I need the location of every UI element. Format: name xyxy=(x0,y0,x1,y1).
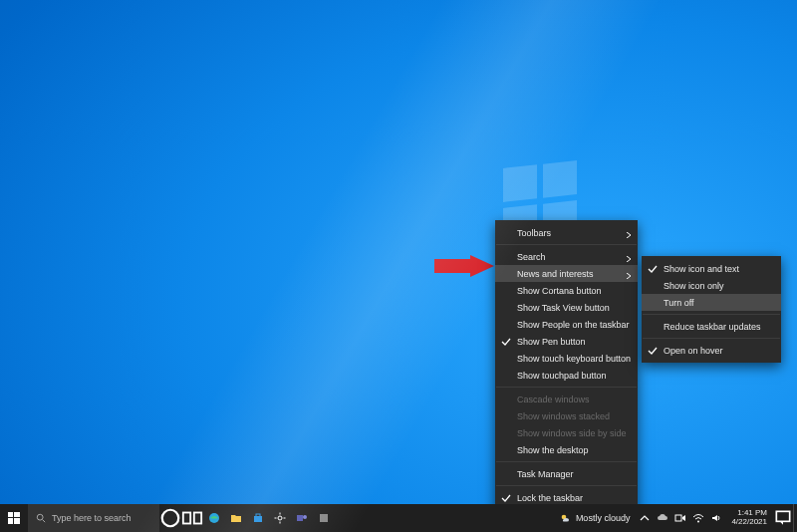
menu-separator xyxy=(496,387,637,388)
chevron-up-icon xyxy=(639,512,651,524)
svg-rect-14 xyxy=(14,518,20,524)
menu-item-label: Show touchpad button xyxy=(517,371,607,381)
check-icon xyxy=(501,337,511,347)
taskbar: Type here to search Mostly cloudy 1:41 P… xyxy=(0,504,797,532)
edge-icon xyxy=(208,512,220,524)
menu-item-label: Show windows stacked xyxy=(517,411,610,421)
menu-item-show-desktop[interactable]: Show the desktop xyxy=(495,441,638,458)
teams-app[interactable] xyxy=(291,504,313,532)
search-placeholder: Type here to search xyxy=(52,513,132,523)
action-center-button[interactable] xyxy=(773,504,793,532)
menu-item-label: Show icon and text xyxy=(664,264,739,274)
menu-separator xyxy=(496,244,637,245)
menu-item-toolbars[interactable]: Toolbars xyxy=(495,224,638,241)
clock-date: 4/22/2021 xyxy=(731,518,767,527)
menu-item-label: Show icon only xyxy=(664,281,724,291)
svg-rect-34 xyxy=(776,511,789,521)
menu-item-label: Turn off xyxy=(664,298,694,308)
menu-item-task-manager[interactable]: Task Manager xyxy=(495,465,638,482)
menu-item-show-pen[interactable]: Show Pen button xyxy=(495,333,638,350)
folder-icon xyxy=(230,512,242,524)
menu-item-label: Show touch keyboard button xyxy=(517,354,631,364)
menu-item-label: News and interests xyxy=(517,269,594,279)
menu-separator xyxy=(496,461,637,462)
store-app[interactable] xyxy=(247,504,269,532)
menu-item-show-touch-keyboard[interactable]: Show touch keyboard button xyxy=(495,350,638,367)
task-view-button[interactable] xyxy=(181,504,203,532)
svg-rect-11 xyxy=(8,512,13,517)
cortana-icon xyxy=(159,507,181,529)
check-icon xyxy=(648,264,658,274)
svg-point-33 xyxy=(697,521,699,523)
menu-item-label: Search xyxy=(517,252,546,262)
svg-rect-22 xyxy=(256,514,260,517)
menu-item-side-by-side: Show windows side by side xyxy=(495,424,638,441)
weather-text: Mostly cloudy xyxy=(576,513,631,523)
task-view-icon xyxy=(181,507,203,529)
menu-item-label: Show Cortana button xyxy=(517,286,602,296)
svg-marker-0 xyxy=(434,255,494,277)
file-explorer-app[interactable] xyxy=(225,504,247,532)
pinned-app-extra[interactable] xyxy=(313,504,335,532)
svg-rect-13 xyxy=(8,518,13,524)
taskbar-clock[interactable]: 1:41 PM 4/22/2021 xyxy=(725,504,773,532)
menu-item-label: Open on hover xyxy=(664,346,723,356)
svg-line-16 xyxy=(43,520,46,523)
show-desktop-button[interactable] xyxy=(793,504,797,532)
submenu-item-show-icon-only[interactable]: Show icon only xyxy=(642,277,781,294)
chevron-right-icon xyxy=(626,230,632,236)
news-interests-submenu: Show icon and text Show icon only Turn o… xyxy=(642,256,781,363)
tray-overflow[interactable] xyxy=(636,504,654,532)
menu-item-label: Cascade windows xyxy=(517,395,590,404)
tray-network[interactable] xyxy=(689,504,707,532)
volume-icon xyxy=(710,512,722,524)
start-button[interactable] xyxy=(0,504,28,532)
menu-item-search[interactable]: Search xyxy=(495,248,638,265)
submenu-item-show-icon-text[interactable]: Show icon and text xyxy=(642,260,781,277)
annotation-arrow-left xyxy=(434,255,494,277)
menu-item-label: Reduce taskbar updates xyxy=(664,322,761,332)
settings-app[interactable] xyxy=(269,504,291,532)
taskbar-pinned-apps xyxy=(203,504,335,532)
store-icon xyxy=(252,512,264,524)
edge-app[interactable] xyxy=(203,504,225,532)
submenu-item-reduce-updates[interactable]: Reduce taskbar updates xyxy=(642,318,781,335)
menu-item-show-cortana[interactable]: Show Cortana button xyxy=(495,282,638,299)
taskbar-search[interactable]: Type here to search xyxy=(28,504,159,532)
submenu-item-turn-off[interactable]: Turn off xyxy=(642,294,781,311)
tray-volume[interactable] xyxy=(707,504,725,532)
video-icon xyxy=(674,512,686,524)
menu-item-show-task-view[interactable]: Show Task View button xyxy=(495,299,638,316)
desktop[interactable]: Toolbars Search News and interests Show … xyxy=(0,0,797,532)
menu-item-show-people[interactable]: Show People on the taskbar xyxy=(495,316,638,333)
menu-item-label: Show Task View button xyxy=(517,303,610,313)
taskbar-context-menu: Toolbars Search News and interests Show … xyxy=(495,220,638,527)
submenu-item-open-on-hover[interactable]: Open on hover xyxy=(642,342,781,359)
gear-icon xyxy=(274,512,286,524)
svg-rect-28 xyxy=(297,515,303,521)
svg-rect-18 xyxy=(183,513,190,524)
tray-meet-now[interactable] xyxy=(671,504,689,532)
cortana-button[interactable] xyxy=(159,504,181,532)
windows-icon xyxy=(8,512,20,524)
menu-item-label: Show People on the taskbar xyxy=(517,320,630,330)
news-interests-taskbar[interactable]: Mostly cloudy xyxy=(554,504,637,532)
menu-item-stacked: Show windows stacked xyxy=(495,407,638,424)
menu-item-label: Task Manager xyxy=(517,469,574,479)
svg-rect-19 xyxy=(194,513,201,524)
menu-item-label: Lock the taskbar xyxy=(517,493,583,503)
tray-onedrive[interactable] xyxy=(654,504,671,532)
menu-item-show-touchpad[interactable]: Show touchpad button xyxy=(495,367,638,384)
menu-item-label: Show the desktop xyxy=(517,445,589,455)
notifications-icon xyxy=(773,508,793,528)
chevron-right-icon xyxy=(626,271,632,277)
search-icon xyxy=(36,513,46,523)
teams-icon xyxy=(296,512,308,524)
menu-item-label: Show windows side by side xyxy=(517,428,627,438)
svg-rect-12 xyxy=(14,512,20,517)
weather-icon xyxy=(560,512,572,524)
menu-item-label: Show Pen button xyxy=(517,337,586,347)
menu-separator xyxy=(643,314,780,315)
check-icon xyxy=(501,493,511,503)
menu-item-news-and-interests[interactable]: News and interests xyxy=(495,265,638,282)
